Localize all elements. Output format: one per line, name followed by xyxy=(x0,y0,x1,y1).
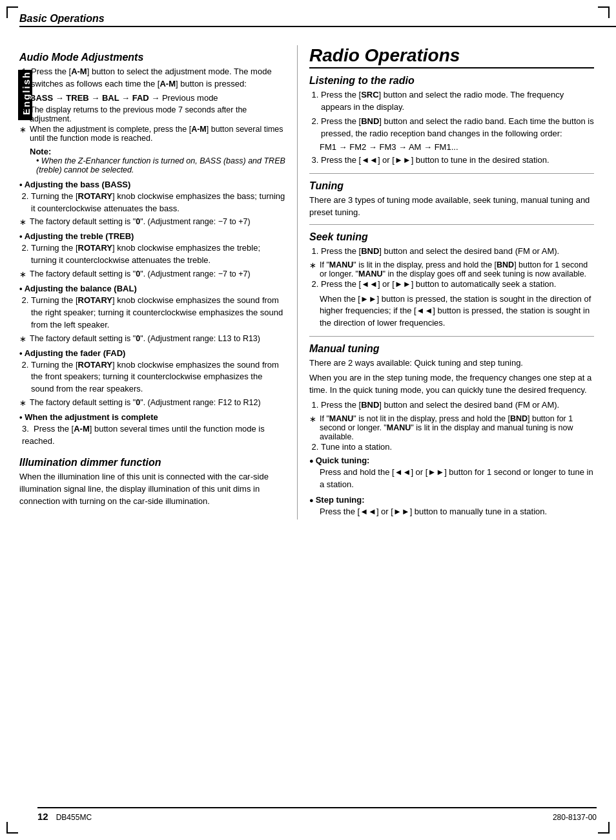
main-columns: Audio Mode Adjustments Press the [A-M] b… xyxy=(19,45,616,520)
manual-step-2: Tune into a station. xyxy=(321,441,594,454)
bal-step-2: Turning the [ROTARY] knob clockwise emph… xyxy=(31,295,285,331)
note-text: • When the Z-Enhancer function is turned… xyxy=(30,156,285,174)
seek-title: Seek tuning xyxy=(309,231,594,243)
step-tuning-label: Step tuning: xyxy=(316,495,365,505)
quick-tuning-text: Press and hold the [◄◄] or [►►] button f… xyxy=(309,467,594,491)
bal-header: Adjusting the balance (BAL) xyxy=(19,284,285,293)
footer: 12 DB455MC xyxy=(37,807,597,822)
manual-step2-list: Tune into a station. xyxy=(309,441,594,454)
listening-step-2: Press the [BND] button and select the ra… xyxy=(321,116,594,140)
bal-steps: Turning the [ROTARY] knob clockwise emph… xyxy=(19,295,285,331)
corner-mark-tl xyxy=(6,6,18,18)
mode-sequence: BASS → TREB → BAL → FAD → Previous mode xyxy=(19,93,285,103)
doc-number: 280-8137-00 xyxy=(553,813,597,822)
complete-header: When the adjustment is complete xyxy=(19,412,285,422)
manual-title: Manual tuning xyxy=(309,343,594,355)
corner-mark-bl xyxy=(6,822,18,834)
divider-tuning xyxy=(309,173,594,174)
audio-note-2: When the adjustment is complete, press t… xyxy=(19,125,285,143)
illumination-title: Illumination dimmer function xyxy=(19,457,285,468)
fad-steps: Turning the [ROTARY] knob clockwise emph… xyxy=(19,359,285,396)
seek-step-1: Press the [BND] button and select the de… xyxy=(321,246,594,258)
divider-manual xyxy=(309,336,594,337)
divider-basic-ops xyxy=(19,26,616,27)
corner-mark-tr xyxy=(598,6,610,18)
step-tuning-text: Press the [◄◄] or [►►] button to manuall… xyxy=(309,506,594,518)
treb-header: Adjusting the treble (TREB) xyxy=(19,231,285,241)
listening-step-1: Press the [SRC] button and select the ra… xyxy=(321,89,594,114)
audio-mode-title: Audio Mode Adjustments xyxy=(19,52,285,63)
band-sequence: FM1 → FM2 → FM3 → AM → FM1... xyxy=(309,142,594,152)
quick-tuning-header: Quick tuning: xyxy=(309,456,594,465)
audio-mode-steps: Press the [A-M] button to select the adj… xyxy=(19,66,285,90)
tuning-text: There are 3 types of tuning mode availab… xyxy=(309,194,594,219)
quick-tuning-label: Quick tuning: xyxy=(316,456,370,465)
radio-ops-title: Radio Operations xyxy=(309,45,594,66)
manual-step-1: Press the [BND] button and select the de… xyxy=(321,399,594,412)
illumination-section: Illumination dimmer function When the il… xyxy=(19,457,285,508)
listening-step3-list: Press the [◄◄] or [►►] button to tune in… xyxy=(309,154,594,167)
audio-step-1: Press the [A-M] button to select the adj… xyxy=(31,66,285,90)
listening-title: Listening to the radio xyxy=(309,75,594,87)
fad-header: Adjusting the fader (FAD) xyxy=(19,348,285,358)
basic-ops-header-section: Basic Operations xyxy=(19,13,616,27)
seek-steps: Press the [BND] button and select the de… xyxy=(309,246,594,258)
page-number: 12 xyxy=(37,811,48,822)
treb-steps: Turning the [ROTARY] knob clockwise emph… xyxy=(19,242,285,267)
divider-seek xyxy=(309,224,594,225)
seek-step2-list: Press the [◄◄] or [►►] button to automat… xyxy=(309,278,594,291)
seek-step-2: Press the [◄◄] or [►►] button to automat… xyxy=(321,278,594,291)
seek-step2-note: When the [►►] button is pressed, the sta… xyxy=(309,293,594,330)
note-label: Note: xyxy=(30,147,285,156)
manual-intro: There are 2 ways available: Quick tuning… xyxy=(309,357,594,370)
fad-note: The factory default setting is "0". (Adj… xyxy=(19,398,285,407)
bass-step-2: Turning the [ROTARY] knob clockwise emph… xyxy=(31,191,285,215)
right-column: Radio Operations Listening to the radio … xyxy=(297,45,594,520)
manual-note-1: If "MANU" is not lit in the display, pre… xyxy=(309,414,594,441)
manual-desc: When you are in the step tuning mode, th… xyxy=(309,372,594,397)
bass-steps: Turning the [ROTARY] knob clockwise emph… xyxy=(19,191,285,215)
audio-note-1: The display returns to the previous mode… xyxy=(19,105,285,123)
divider-radio-ops xyxy=(309,67,594,68)
note-block: Note: • When the Z-Enhancer function is … xyxy=(19,147,285,174)
seek-note-1: If "MANU" is lit in the display, press a… xyxy=(309,260,594,278)
left-column: Audio Mode Adjustments Press the [A-M] b… xyxy=(19,45,297,520)
fad-step-2: Turning the [ROTARY] knob clockwise emph… xyxy=(31,359,285,396)
complete-step: 3. Press the [A-M] button several times … xyxy=(19,423,285,448)
listening-steps: Press the [SRC] button and select the ra… xyxy=(309,89,594,140)
basic-ops-title: Basic Operations xyxy=(19,13,616,25)
illumination-text: When the illumination line of this unit … xyxy=(19,471,285,508)
listening-step-3: Press the [◄◄] or [►►] button to tune in… xyxy=(321,154,594,167)
bass-header: Adjusting the bass (BASS) xyxy=(19,180,285,189)
corner-mark-br xyxy=(598,822,610,834)
model-number: DB455MC xyxy=(56,813,92,822)
treb-note: The factory default setting is "0". (Adj… xyxy=(19,269,285,278)
treb-step-2: Turning the [ROTARY] knob clockwise emph… xyxy=(31,242,285,267)
bass-note: The factory default setting is "0". (Adj… xyxy=(19,217,285,226)
bal-note: The factory default setting is "0". (Adj… xyxy=(19,334,285,343)
tuning-title: Tuning xyxy=(309,180,594,192)
manual-steps: Press the [BND] button and select the de… xyxy=(309,399,594,412)
step-tuning-header: Step tuning: xyxy=(309,495,594,505)
